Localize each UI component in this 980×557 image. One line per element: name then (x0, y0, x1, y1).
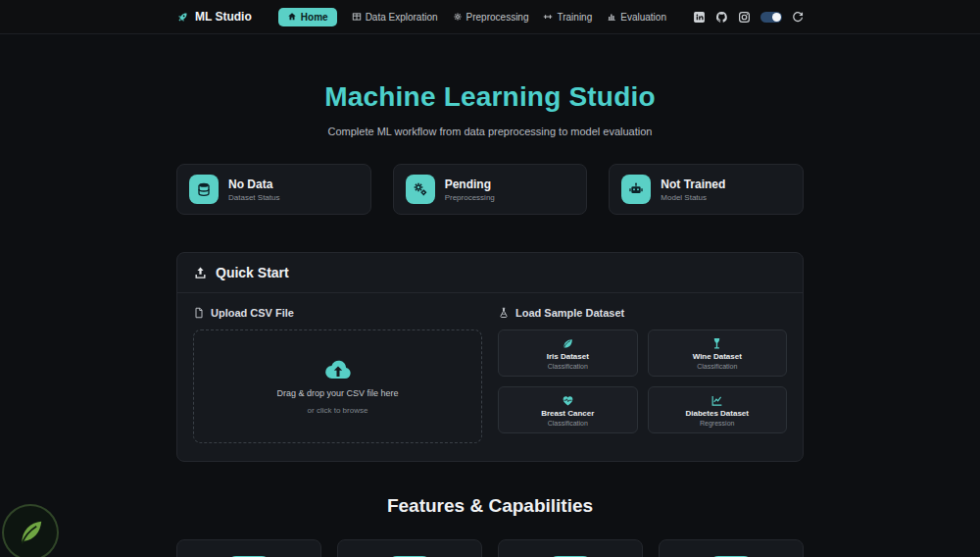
watermark-logo (2, 504, 59, 557)
line-chart-icon (710, 394, 723, 407)
gears-icon (406, 175, 435, 204)
status-subtitle: Dataset Status (228, 193, 279, 202)
quick-start-card: Quick Start Upload CSV File Drag & drop … (176, 252, 804, 462)
nav-item-preprocessing[interactable]: Preprocessing (453, 12, 529, 23)
status-card-model: Not Trained Model Status (609, 164, 804, 215)
status-card-preprocessing: Pending Preprocessing (393, 164, 588, 215)
dropzone-text: Drag & drop your CSV file here (276, 388, 398, 398)
sample-iris-button[interactable]: Iris Dataset Classification (498, 329, 638, 377)
feature-card-evaluation (659, 539, 804, 557)
theme-toggle[interactable] (760, 12, 782, 23)
nav-label: Preprocessing (466, 12, 529, 23)
home-icon (287, 12, 297, 22)
sample-name: Diabetes Dataset (686, 409, 749, 418)
brand[interactable]: ML Studio (176, 10, 252, 24)
upload-title: Upload CSV File (211, 307, 294, 319)
linkedin-icon[interactable] (693, 11, 706, 24)
sample-breast-cancer-button[interactable]: Breast Cancer Classification (498, 386, 638, 433)
file-icon (193, 307, 205, 319)
nav-label: Data Exploration (366, 12, 438, 23)
navbar: ML Studio Home Data Exploration Preproce… (0, 0, 980, 34)
sample-type: Classification (548, 420, 588, 427)
samples-title: Load Sample Dataset (515, 307, 624, 319)
status-row: No Data Dataset Status Pending Preproces… (176, 164, 804, 215)
sample-type: Classification (697, 363, 737, 370)
heart-pulse-icon (562, 394, 574, 407)
sample-name: Breast Cancer (541, 409, 594, 418)
quick-start-body: Upload CSV File Drag & drop your CSV fil… (177, 293, 803, 461)
nav-item-home[interactable]: Home (278, 8, 337, 26)
github-icon[interactable] (715, 11, 728, 24)
samples-column: Load Sample Dataset Iris Dataset Classif… (498, 307, 787, 443)
sample-name: Iris Dataset (547, 352, 589, 361)
instagram-icon[interactable] (738, 11, 751, 24)
nav-item-training[interactable]: Training (543, 12, 592, 23)
status-subtitle: Preprocessing (445, 193, 495, 202)
sample-dataset-grid: Iris Dataset Classification Wine Dataset… (498, 329, 787, 433)
cloud-upload-icon (324, 359, 352, 380)
main-nav: Home Data Exploration Preprocessing Trai… (270, 8, 675, 26)
sample-type: Regression (700, 420, 734, 427)
flask-icon (498, 307, 510, 319)
brand-label: ML Studio (195, 10, 252, 24)
toggle-knob (772, 13, 781, 22)
feature-row (176, 539, 804, 557)
status-title: Not Trained (661, 177, 725, 191)
samples-column-header: Load Sample Dataset (498, 307, 787, 319)
nav-label: Training (557, 12, 592, 23)
hero: Machine Learning Studio Complete ML work… (176, 34, 804, 137)
sample-type: Classification (548, 363, 588, 370)
feature-card-training (498, 539, 643, 557)
rocket-icon (176, 11, 189, 24)
main-content: Machine Learning Studio Complete ML work… (176, 34, 804, 557)
wine-glass-icon (710, 337, 723, 350)
bar-chart-icon (607, 12, 616, 22)
leaf-icon (562, 337, 574, 350)
nav-label: Evaluation (620, 12, 666, 23)
status-subtitle: Model Status (661, 193, 725, 202)
upload-column: Upload CSV File Drag & drop your CSV fil… (193, 307, 482, 443)
gear-icon (453, 12, 463, 22)
page-title: Machine Learning Studio (176, 81, 804, 113)
table-icon (352, 12, 362, 22)
features-title: Features & Capabilities (176, 495, 804, 517)
sample-name: Wine Dataset (693, 352, 742, 361)
quick-start-title: Quick Start (216, 265, 289, 280)
dumbbell-icon (543, 12, 553, 22)
nav-item-data-exploration[interactable]: Data Exploration (352, 12, 438, 23)
csv-dropzone[interactable]: Drag & drop your CSV file here or click … (193, 329, 482, 443)
nav-item-evaluation[interactable]: Evaluation (607, 12, 666, 23)
status-title: Pending (445, 177, 495, 191)
page-subtitle: Complete ML workflow from data preproces… (176, 126, 804, 137)
database-icon (189, 175, 219, 204)
status-title: No Data (228, 177, 279, 191)
upload-column-header: Upload CSV File (193, 307, 482, 319)
feather-icon (16, 518, 45, 547)
refresh-icon[interactable] (792, 11, 804, 23)
status-card-dataset: No Data Dataset Status (176, 164, 371, 215)
robot-icon (621, 175, 651, 204)
sample-wine-button[interactable]: Wine Dataset Classification (648, 329, 788, 377)
quick-start-header: Quick Start (177, 253, 803, 293)
navbar-actions (693, 11, 804, 24)
nav-label: Home (301, 12, 328, 23)
sample-diabetes-button[interactable]: Diabetes Dataset Regression (648, 386, 788, 433)
feature-card-exploration (176, 539, 321, 557)
dropzone-browse-text: or click to browse (308, 406, 368, 415)
feature-card-preprocessing (337, 539, 482, 557)
upload-icon (193, 266, 208, 280)
